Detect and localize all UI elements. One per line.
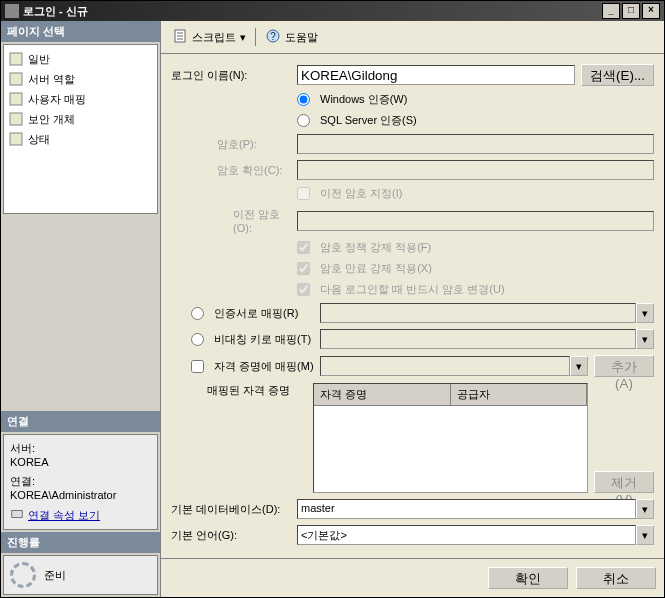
map-cert-label: 인증서로 매핑(R) (214, 306, 314, 321)
maximize-button[interactable]: □ (622, 3, 640, 19)
progress-status: 준비 (44, 568, 66, 583)
default-db-value: master (297, 499, 636, 519)
close-button[interactable]: × (642, 3, 660, 19)
chevron-down-icon[interactable]: ▾ (636, 499, 654, 519)
specify-old-password-label: 이전 암호 지정(I) (320, 186, 403, 201)
window-title: 로그인 - 신규 (23, 4, 600, 19)
page-item-user-mapping[interactable]: 사용자 매핑 (6, 89, 155, 109)
page-icon (8, 131, 24, 147)
window: 로그인 - 신규 _ □ × 페이지 선택 일반 서버 역할 사용자 매핑 (0, 0, 665, 598)
svg-rect-2 (10, 93, 22, 105)
asym-combo[interactable]: ▾ (320, 329, 654, 349)
svg-rect-4 (10, 133, 22, 145)
windows-auth-radio[interactable] (297, 93, 310, 106)
page-list: 일반 서버 역할 사용자 매핑 보안 개체 상태 (3, 44, 158, 214)
chevron-down-icon[interactable]: ▾ (636, 525, 654, 545)
page-icon (8, 111, 24, 127)
ok-button[interactable]: 확인 (488, 567, 568, 589)
default-lang-label: 기본 언어(G): (171, 528, 291, 543)
map-cred-label: 자격 증명에 매핑(M) (214, 359, 314, 374)
chevron-down-icon[interactable]: ▾ (636, 303, 654, 323)
must-change-label: 다음 로그인할 때 반드시 암호 변경(U) (320, 282, 505, 297)
old-password-label: 이전 암호(O): (171, 207, 291, 234)
svg-rect-1 (10, 73, 22, 85)
map-asym-radio[interactable] (191, 333, 204, 346)
page-item-status[interactable]: 상태 (6, 129, 155, 149)
default-db-combo[interactable]: master▾ (297, 499, 654, 519)
login-name-input[interactable] (297, 65, 575, 85)
page-item-label: 상태 (28, 132, 50, 147)
chevron-down-icon: ▾ (240, 31, 246, 44)
page-item-label: 보안 개체 (28, 112, 75, 127)
help-button[interactable]: ? 도움말 (260, 25, 323, 49)
page-item-general[interactable]: 일반 (6, 49, 155, 69)
right-column: 스크립트 ▾ ? 도움말 로그인 이름(N): 검색(E)... (161, 21, 664, 597)
chevron-down-icon[interactable]: ▾ (570, 356, 588, 376)
map-asym-label: 비대칭 키로 매핑(T) (214, 332, 314, 347)
confirm-password-input (297, 160, 654, 180)
svg-rect-5 (12, 511, 23, 518)
page-item-server-roles[interactable]: 서버 역할 (6, 69, 155, 89)
map-cred-checkbox[interactable] (191, 360, 204, 373)
script-button[interactable]: 스크립트 ▾ (167, 25, 251, 49)
svg-text:?: ? (270, 31, 276, 42)
table-header-cred: 자격 증명 (314, 384, 451, 405)
progress-header: 진행률 (1, 532, 160, 553)
svg-rect-3 (10, 113, 22, 125)
page-icon (8, 71, 24, 87)
page-item-label: 일반 (28, 52, 50, 67)
old-password-input (297, 211, 654, 231)
connection-panel: 서버: KOREA 연결: KOREA\Administrator 연결 속성 … (3, 434, 158, 530)
minimize-button[interactable]: _ (602, 3, 620, 19)
sql-auth-label: SQL Server 인증(S) (320, 113, 417, 128)
cred-combo[interactable]: ▾ (320, 356, 588, 376)
script-icon (172, 28, 188, 46)
password-input (297, 134, 654, 154)
divider (255, 28, 256, 46)
table-header-provider: 공급자 (451, 384, 588, 405)
left-column: 페이지 선택 일반 서버 역할 사용자 매핑 보안 개체 (1, 21, 161, 597)
spinner-icon (10, 562, 36, 588)
toolbar: 스크립트 ▾ ? 도움말 (161, 21, 664, 54)
form-area: 로그인 이름(N): 검색(E)... Windows 인증(W) SQL Se… (161, 54, 664, 558)
connection-props-icon (10, 507, 24, 523)
view-connection-properties-link[interactable]: 연결 속성 보기 (28, 508, 100, 523)
must-change-checkbox (297, 283, 310, 296)
default-lang-value: <기본값> (297, 525, 636, 545)
bottom-bar: 확인 취소 (161, 558, 664, 597)
default-lang-combo[interactable]: <기본값>▾ (297, 525, 654, 545)
map-cert-radio[interactable] (191, 307, 204, 320)
page-icon (8, 51, 24, 67)
enforce-policy-checkbox (297, 241, 310, 254)
chevron-down-icon[interactable]: ▾ (636, 329, 654, 349)
progress-panel: 준비 (3, 555, 158, 595)
app-icon (5, 4, 19, 18)
search-button[interactable]: 검색(E)... (581, 64, 654, 86)
enforce-policy-label: 암호 정책 강제 적용(F) (320, 240, 431, 255)
help-label: 도움말 (285, 30, 318, 45)
enforce-expire-checkbox (297, 262, 310, 275)
connection-label: 연결: (10, 474, 151, 489)
connection-header: 연결 (1, 411, 160, 432)
cert-combo[interactable]: ▾ (320, 303, 654, 323)
help-icon: ? (265, 28, 281, 46)
windows-auth-label: Windows 인증(W) (320, 92, 407, 107)
script-label: 스크립트 (192, 30, 236, 45)
connection-value: KOREA\Administrator (10, 489, 151, 501)
titlebar: 로그인 - 신규 _ □ × (1, 1, 664, 21)
mapped-creds-label: 매핑된 자격 증명 (207, 383, 307, 398)
server-value: KOREA (10, 456, 151, 468)
enforce-expire-label: 암호 만료 강제 적용(X) (320, 261, 432, 276)
sql-auth-radio[interactable] (297, 114, 310, 127)
cancel-button[interactable]: 취소 (576, 567, 656, 589)
svg-rect-0 (10, 53, 22, 65)
remove-cred-button: 제거(V) (594, 471, 654, 493)
page-item-securables[interactable]: 보안 개체 (6, 109, 155, 129)
page-item-label: 서버 역할 (28, 72, 75, 87)
mapped-creds-table: 자격 증명 공급자 (313, 383, 588, 493)
body: 페이지 선택 일반 서버 역할 사용자 매핑 보안 개체 (1, 21, 664, 597)
specify-old-password-checkbox (297, 187, 310, 200)
server-label: 서버: (10, 441, 151, 456)
confirm-password-label: 암호 확인(C): (171, 163, 291, 178)
page-item-label: 사용자 매핑 (28, 92, 86, 107)
